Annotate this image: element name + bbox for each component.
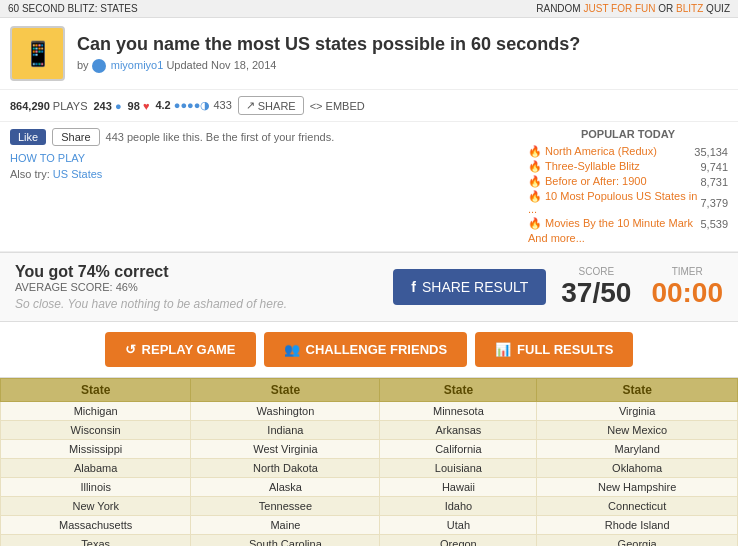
popular-item-link[interactable]: And more... (528, 232, 585, 244)
table-row: New YorkTennesseeIdahoConnecticut (1, 497, 738, 516)
table-cell: Massachusetts (1, 516, 191, 535)
share-result-button[interactable]: f SHARE RESULT (393, 269, 546, 305)
table-cell: Washington (191, 402, 380, 421)
table-cell: Louisiana (380, 459, 537, 478)
table-cell: Oregon (380, 535, 537, 547)
table-cell: Oklahoma (537, 459, 738, 478)
embed-button[interactable]: <> EMBED (310, 100, 365, 112)
table-cell: California (380, 440, 537, 459)
table-cell: Virginia (537, 402, 738, 421)
table-cell: Indiana (191, 421, 380, 440)
top-bar-left: 60 SECOND BLITZ: STATES (8, 3, 138, 14)
result-left: You got 74% correct AVERAGE SCORE: 46% S… (15, 263, 378, 311)
table-cell: Michigan (1, 402, 191, 421)
table-header: State (537, 379, 738, 402)
table-row: MassachusettsMaineUtahRhode Island (1, 516, 738, 535)
table-cell: New Hampshire (537, 478, 738, 497)
table-cell: Arkansas (380, 421, 537, 440)
left-social: Like Share 443 people like this. Be the … (10, 128, 518, 245)
table-cell: Mississippi (1, 440, 191, 459)
table-cell: Idaho (380, 497, 537, 516)
score-section: SCORE 37/50 TIMER 00:00 (561, 266, 723, 309)
rating-stat: 243 ● (93, 100, 121, 112)
popular-item-link[interactable]: Before or After: 1900 (545, 175, 647, 187)
popular-today-title: POPULAR TODAY (528, 128, 728, 140)
popular-item: 🔥10 Most Populous US States in ...7,379 (528, 189, 728, 216)
top-bar: 60 SECOND BLITZ: STATES RANDOM JUST FOR … (0, 0, 738, 18)
table-cell: Tennessee (191, 497, 380, 516)
table-row: AlabamaNorth DakotaLouisianaOklahoma (1, 459, 738, 478)
table-row: MichiganWashingtonMinnesotaVirginia (1, 402, 738, 421)
timer-value: 00:00 (651, 277, 723, 309)
popular-item-link[interactable]: North America (Redux) (545, 145, 657, 157)
how-to-play-link[interactable]: HOW TO PLAY (10, 152, 518, 164)
popular-item: 🔥North America (Redux)35,134 (528, 144, 728, 159)
table-cell: Hawaii (380, 478, 537, 497)
correct-percent: You got 74% correct (15, 263, 378, 281)
table-cell: Texas (1, 535, 191, 547)
popular-item: And more... (528, 231, 728, 245)
fb-count: 443 people like this. Be the first of yo… (106, 131, 335, 143)
popular-today: POPULAR TODAY 🔥North America (Redux)35,1… (528, 128, 728, 245)
table-header: State (1, 379, 191, 402)
table-cell: Connecticut (537, 497, 738, 516)
replay-button[interactable]: ↺ REPLAY GAME (105, 332, 256, 367)
timer-label: TIMER (651, 266, 723, 277)
action-buttons: ↺ REPLAY GAME 👥 CHALLENGE FRIENDS 📊 FULL… (0, 322, 738, 378)
plays-stat: 864,290 PLAYS (10, 100, 87, 112)
table-cell: Alaska (191, 478, 380, 497)
table-row: IllinoisAlaskaHawaiiNew Hampshire (1, 478, 738, 497)
table-cell: South Carolina (191, 535, 380, 547)
score-box: SCORE 37/50 (561, 266, 631, 309)
popular-item: 🔥Before or After: 19008,731 (528, 174, 728, 189)
timer-box: TIMER 00:00 (651, 266, 723, 309)
fb-like-button[interactable]: Like (10, 129, 46, 145)
header-text: Can you name the most US states possible… (77, 34, 580, 73)
replay-icon: ↺ (125, 342, 136, 357)
fb-share-button[interactable]: Share (52, 128, 99, 146)
table-cell: Wisconsin (1, 421, 191, 440)
share-button[interactable]: ↗ SHARE (238, 96, 304, 115)
result-area: You got 74% correct AVERAGE SCORE: 46% S… (0, 252, 738, 322)
table-cell: Maine (191, 516, 380, 535)
table-cell: West Virginia (191, 440, 380, 459)
table-cell: Georgia (537, 535, 738, 547)
header: 📱 Can you name the most US states possib… (0, 18, 738, 90)
page-title: Can you name the most US states possible… (77, 34, 580, 56)
just-for-fun-link[interactable]: JUST FOR FUN (583, 3, 655, 14)
popular-item: 🔥Three-Syllable Blitz9,741 (528, 159, 728, 174)
table-cell: Maryland (537, 440, 738, 459)
table-header: State (191, 379, 380, 402)
quiz-icon: 📱 (10, 26, 65, 81)
table-row: MississippiWest VirginiaCaliforniaMaryla… (1, 440, 738, 459)
author-link[interactable]: miyomiyo1 (111, 59, 164, 71)
results-icon: 📊 (495, 342, 511, 357)
table-cell: Utah (380, 516, 537, 535)
score-label: SCORE (561, 266, 631, 277)
avg-score: AVERAGE SCORE: 46% (15, 281, 378, 293)
also-try-link[interactable]: US States (53, 168, 103, 180)
table-cell: Alabama (1, 459, 191, 478)
byline: by miyomiyo1 Updated Nov 18, 2014 (77, 59, 580, 73)
table-row: WisconsinIndianaArkansasNew Mexico (1, 421, 738, 440)
table-cell: North Dakota (191, 459, 380, 478)
tagline: So close. You have nothing to be ashamed… (15, 297, 378, 311)
also-try: Also try: US States (10, 168, 518, 180)
score-stat: 4.2 ●●●●◑ 433 (155, 99, 231, 112)
content-area: Like Share 443 people like this. Be the … (0, 122, 738, 252)
top-bar-right: RANDOM JUST FOR FUN OR BLITZ QUIZ (536, 3, 730, 14)
table-cell: Minnesota (380, 402, 537, 421)
table-row: TexasSouth CarolinaOregonGeorgia (1, 535, 738, 547)
table-cell: Illinois (1, 478, 191, 497)
blitz-link[interactable]: BLITZ (676, 3, 703, 14)
popular-item-link[interactable]: 10 Most Populous US States in ... (528, 190, 697, 215)
popular-item-link[interactable]: Movies By the 10 Minute Mark (545, 217, 693, 229)
challenge-icon: 👥 (284, 342, 300, 357)
table-cell: New York (1, 497, 191, 516)
table-header: State (380, 379, 537, 402)
full-results-button[interactable]: 📊 FULL RESULTS (475, 332, 633, 367)
table-cell: New Mexico (537, 421, 738, 440)
popular-item-link[interactable]: Three-Syllable Blitz (545, 160, 640, 172)
popular-item: 🔥Movies By the 10 Minute Mark5,539 (528, 216, 728, 231)
challenge-button[interactable]: 👥 CHALLENGE FRIENDS (264, 332, 468, 367)
